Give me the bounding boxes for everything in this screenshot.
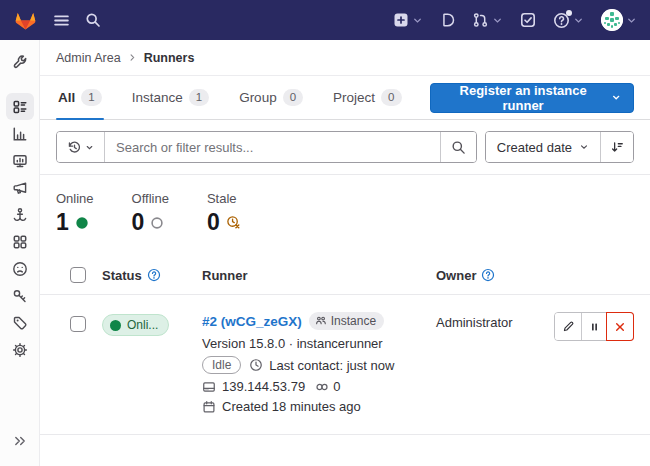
runner-name-link[interactable]: #2 (wCG_zeGX) bbox=[202, 314, 302, 329]
gitlab-logo-icon[interactable] bbox=[13, 8, 38, 32]
last-contact-text: Last contact: just now bbox=[269, 358, 394, 373]
disk-icon bbox=[202, 380, 216, 394]
delete-runner-button[interactable] bbox=[607, 313, 633, 340]
monitor-icon bbox=[12, 153, 28, 169]
top-navbar bbox=[0, 0, 650, 40]
tab-group[interactable]: Group 0 bbox=[237, 76, 305, 120]
sidebar-item-labels[interactable] bbox=[6, 309, 34, 336]
issues-icon[interactable] bbox=[440, 12, 455, 28]
clock-icon bbox=[249, 358, 263, 372]
ip-address-text: 139.144.53.79 bbox=[222, 379, 305, 394]
edit-runner-button[interactable] bbox=[555, 313, 581, 340]
sidebar-item-system-hooks[interactable] bbox=[6, 201, 34, 228]
sidebar-item-deploy-keys[interactable] bbox=[6, 282, 34, 309]
apps-grid-icon bbox=[12, 234, 28, 250]
merge-request-icon bbox=[472, 12, 489, 28]
register-instance-runner-button[interactable]: Register an instance runner bbox=[430, 83, 635, 113]
search-submit-button[interactable] bbox=[440, 132, 476, 162]
bar-chart-icon bbox=[12, 126, 28, 142]
plus-square-icon bbox=[393, 12, 409, 28]
history-icon bbox=[67, 140, 82, 155]
stale-clock-icon bbox=[226, 215, 241, 230]
sidebar-item-messages[interactable] bbox=[6, 174, 34, 201]
hook-icon bbox=[12, 207, 28, 223]
online-dot-icon bbox=[75, 216, 89, 230]
breadcrumb-admin-area[interactable]: Admin Area bbox=[56, 51, 121, 65]
pause-runner-button[interactable] bbox=[581, 313, 607, 340]
megaphone-icon bbox=[12, 180, 28, 196]
sidebar-item-abuse-reports[interactable] bbox=[6, 255, 34, 282]
help-menu-button[interactable] bbox=[553, 12, 584, 29]
merge-requests-button[interactable] bbox=[472, 12, 503, 28]
filter-bar: Created date bbox=[40, 120, 650, 174]
chevron-down-icon bbox=[626, 15, 637, 26]
tab-all[interactable]: All 1 bbox=[56, 76, 104, 120]
sidebar-item-overview-active[interactable] bbox=[6, 93, 34, 120]
recent-searches-dropdown[interactable] bbox=[57, 132, 105, 162]
sidebar-item-admin-overview[interactable] bbox=[6, 48, 34, 75]
runner-actions bbox=[554, 312, 634, 341]
status-help-icon[interactable] bbox=[147, 268, 161, 282]
job-status-badge: Idle bbox=[202, 356, 241, 374]
offline-circle-icon bbox=[150, 216, 164, 230]
sad-face-icon bbox=[12, 261, 28, 277]
todos-icon[interactable] bbox=[520, 12, 536, 28]
runner-version-line: Version 15.8.0 · instancerunner bbox=[202, 336, 436, 351]
runner-type-tabs: All 1 Instance 1 Group 0 Project 0 Regis… bbox=[40, 76, 650, 120]
tab-project[interactable]: Project 0 bbox=[331, 76, 403, 120]
sort-by-dropdown[interactable]: Created date bbox=[486, 132, 600, 162]
label-tag-icon bbox=[12, 315, 28, 331]
pause-icon bbox=[589, 321, 600, 333]
row-checkbox[interactable] bbox=[70, 316, 86, 332]
stat-offline: Offline 0 bbox=[132, 191, 169, 234]
chevron-down-icon bbox=[412, 15, 423, 26]
runner-activity-line: Idle Last contact: just now bbox=[202, 356, 436, 374]
tab-instance-count-badge: 1 bbox=[189, 89, 209, 107]
link-icon bbox=[315, 380, 329, 394]
admin-sidebar bbox=[0, 40, 40, 466]
users-icon bbox=[315, 315, 327, 327]
tab-instance[interactable]: Instance 1 bbox=[130, 76, 211, 120]
avatar bbox=[601, 9, 623, 31]
chevron-down-icon bbox=[611, 92, 621, 103]
breadcrumb-runners: Runners bbox=[144, 51, 195, 65]
sidebar-item-settings[interactable] bbox=[6, 336, 34, 363]
sort-direction-button[interactable] bbox=[600, 132, 633, 162]
tab-all-count-badge: 1 bbox=[81, 89, 101, 107]
hamburger-menu-button[interactable] bbox=[53, 12, 70, 29]
runner-column-header: Runner bbox=[202, 268, 248, 283]
search-icon bbox=[451, 140, 466, 155]
status-column-header: Status bbox=[102, 268, 142, 283]
owner-help-icon[interactable] bbox=[481, 268, 495, 282]
sidebar-item-monitoring[interactable] bbox=[6, 147, 34, 174]
wrench-icon bbox=[12, 54, 28, 70]
created-ago-text: Created 18 minutes ago bbox=[222, 399, 361, 414]
chevron-down-icon bbox=[579, 142, 589, 152]
dashboard-list-icon bbox=[12, 99, 28, 115]
select-all-checkbox[interactable] bbox=[70, 267, 86, 283]
chevron-down-icon bbox=[573, 15, 584, 26]
notification-dot bbox=[566, 10, 572, 16]
search-input[interactable] bbox=[105, 132, 440, 162]
calendar-icon bbox=[202, 400, 216, 414]
chevron-down-icon bbox=[492, 15, 503, 26]
owner-column-header: Owner bbox=[436, 268, 476, 283]
new-menu-button[interactable] bbox=[393, 12, 423, 28]
gear-icon bbox=[12, 342, 28, 358]
user-menu-button[interactable] bbox=[601, 9, 637, 31]
search-icon[interactable] bbox=[85, 12, 101, 28]
owner-name[interactable]: Administrator bbox=[436, 315, 513, 330]
stat-stale: Stale 0 bbox=[207, 191, 241, 234]
link-count-text: 0 bbox=[333, 379, 340, 394]
runner-created-line: Created 18 minutes ago bbox=[202, 399, 436, 414]
chevron-down-icon bbox=[85, 143, 94, 152]
runner-ip-line: 139.144.53.79 0 bbox=[202, 379, 436, 394]
search-filter-group bbox=[56, 131, 477, 163]
double-chevron-right-icon bbox=[13, 434, 27, 448]
sidebar-collapse-button[interactable] bbox=[6, 427, 34, 454]
sidebar-item-analytics[interactable] bbox=[6, 120, 34, 147]
runner-status-badge: Onli... bbox=[102, 314, 169, 336]
sidebar-item-applications[interactable] bbox=[6, 228, 34, 255]
sort-controls: Created date bbox=[485, 131, 634, 163]
close-x-icon bbox=[614, 321, 626, 333]
